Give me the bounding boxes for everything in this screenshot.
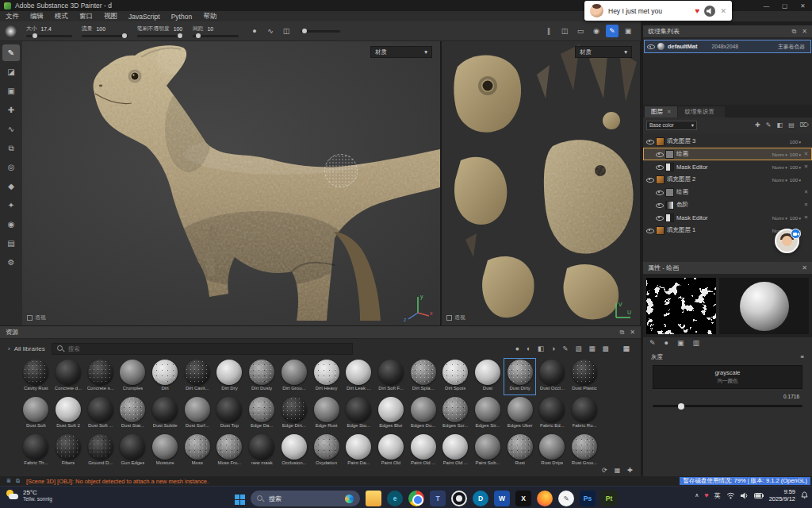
layer-visibility-icon[interactable] xyxy=(656,151,663,158)
asset-thumbnail[interactable] xyxy=(508,360,533,385)
channels-panel-icon[interactable]: ▥ xyxy=(693,339,700,347)
asset-item[interactable]: Oxydation xyxy=(310,433,343,470)
layer-close-icon[interactable]: ✕ xyxy=(803,164,809,170)
grid-view-icon[interactable]: ▦ xyxy=(622,344,630,352)
asset-item[interactable]: Concrete d... xyxy=(52,358,85,395)
asset-thumbnail[interactable] xyxy=(249,434,274,460)
layer-opacity[interactable]: 100 xyxy=(790,152,801,157)
asset-thumbnail[interactable] xyxy=(185,397,210,422)
asset-item[interactable]: Dust Subtle xyxy=(149,395,182,433)
filter-brushes-icon[interactable]: ✎ xyxy=(562,344,568,352)
minimize-button[interactable]: — xyxy=(757,0,776,11)
layer-name[interactable]: 色阶 xyxy=(676,201,796,209)
log-panel-icon[interactable]: ≣ xyxy=(6,478,11,484)
brush-tip-icon[interactable]: ● xyxy=(248,25,261,37)
layer-row[interactable]: 绘画 ✕ xyxy=(643,186,812,198)
asset-thumbnail[interactable] xyxy=(249,397,274,422)
menu-item[interactable]: 视图 xyxy=(98,12,123,21)
asset-thumbnail[interactable] xyxy=(282,397,307,422)
material-mode-select[interactable]: 材质 ▾ xyxy=(370,46,432,58)
dock-panel-icon[interactable]: ⧉ xyxy=(792,28,797,36)
layer-visibility-icon[interactable] xyxy=(646,176,653,183)
asset-item[interactable]: Edges Scr... xyxy=(439,395,472,433)
layer-thumbnail[interactable] xyxy=(665,214,674,222)
asset-item[interactable]: Paint Da... xyxy=(343,433,375,470)
asset-thumbnail[interactable] xyxy=(216,360,242,385)
menu-item[interactable]: 窗口 xyxy=(74,12,98,21)
word-icon[interactable]: W xyxy=(494,491,510,506)
asset-thumbnail[interactable] xyxy=(314,360,339,385)
asset-thumbnail[interactable] xyxy=(88,360,113,385)
asset-search[interactable] xyxy=(52,343,353,355)
layer-visibility-icon[interactable] xyxy=(656,202,663,209)
layer-name[interactable]: 绘画 xyxy=(676,188,796,196)
dell-icon[interactable]: D xyxy=(473,491,488,506)
camera-badge-icon[interactable] xyxy=(791,229,801,239)
layer-blend-mode[interactable]: Norm xyxy=(772,164,787,170)
tray-expand-icon[interactable]: ∧ xyxy=(695,492,699,498)
asset-thumbnail[interactable] xyxy=(120,397,145,422)
asset-item[interactable]: Paint Old ... xyxy=(439,433,472,470)
asset-item[interactable]: Fabric Th... xyxy=(20,433,52,470)
layer-visibility-icon[interactable] xyxy=(656,214,663,221)
camera-label-2d[interactable]: 透视 xyxy=(446,314,465,321)
layer-name[interactable]: 绘画 xyxy=(676,150,770,158)
layer-name[interactable]: 填充图层 2 xyxy=(667,175,770,183)
material-mode-select-2d[interactable]: 材质 ▾ xyxy=(575,46,632,58)
menu-item[interactable]: Python xyxy=(166,13,197,21)
layer-name[interactable]: 填充图层 1 xyxy=(667,226,770,234)
asset-item[interactable]: Occlusion... xyxy=(278,433,311,470)
x-app-icon[interactable]: X xyxy=(515,491,531,506)
menu-item[interactable]: JavaScript xyxy=(123,13,166,21)
environment-icon[interactable]: ◉ xyxy=(590,25,603,37)
pause-engine-icon[interactable]: ∥ xyxy=(542,25,555,37)
delete-layer-icon[interactable]: ⌦ xyxy=(800,121,809,129)
add-layer-icon[interactable]: ✚ xyxy=(755,121,760,129)
paint-mode-icon[interactable]: ✎ xyxy=(606,25,619,37)
shelf-panel-tool[interactable]: ▤ xyxy=(2,235,20,252)
layer-blend-mode[interactable]: Norm xyxy=(772,177,787,183)
dinosaur-model[interactable] xyxy=(22,41,440,325)
asset-thumbnail[interactable] xyxy=(378,397,404,422)
menu-item[interactable]: 帮助 xyxy=(197,12,222,21)
obs-icon[interactable] xyxy=(451,491,467,506)
brush-setting-slider[interactable] xyxy=(137,35,183,37)
asset-thumbnail[interactable] xyxy=(411,397,436,422)
layer-thumbnail[interactable] xyxy=(656,137,665,146)
asset-thumbnail[interactable] xyxy=(572,397,597,422)
falloff-curve-icon[interactable]: ∿ xyxy=(264,25,277,37)
asset-item[interactable]: Dirt Soft F... xyxy=(375,358,408,395)
taskbar-search[interactable]: 搜索 xyxy=(251,491,360,506)
asset-item[interactable]: Moss xyxy=(181,433,213,470)
camera-label[interactable]: 透视 xyxy=(27,314,46,321)
asset-thumbnail[interactable] xyxy=(508,434,533,460)
asset-thumbnail[interactable] xyxy=(539,360,565,385)
smudge-tool[interactable]: ∿ xyxy=(2,121,20,137)
filter-materials-icon[interactable]: ● xyxy=(515,344,519,352)
asset-item[interactable]: Dirt xyxy=(149,358,182,395)
layer-row[interactable]: 填充图层 2 Norm 100 xyxy=(643,173,812,186)
painter-icon[interactable]: Pt xyxy=(601,491,617,506)
asset-item[interactable]: Cavity Rust xyxy=(20,358,52,395)
symmetry-icon[interactable]: ◫ xyxy=(280,25,293,37)
close-panel-icon[interactable]: ✕ xyxy=(802,264,807,271)
layer-close-icon[interactable]: ✕ xyxy=(803,214,809,221)
asset-thumbnail[interactable] xyxy=(23,360,48,385)
asset-item[interactable]: Fabric Ed... xyxy=(536,395,569,433)
windows-start-button[interactable] xyxy=(235,495,245,505)
asset-item[interactable]: Dirt Spla... xyxy=(407,358,439,395)
asset-item[interactable]: Edge Da... xyxy=(246,395,278,433)
layer-blend-mode[interactable]: Norm xyxy=(772,215,787,221)
asset-item[interactable]: Paint Old xyxy=(375,433,408,470)
asset-item[interactable]: Moisture xyxy=(149,433,182,470)
asset-thumbnail[interactable] xyxy=(120,360,145,385)
asset-item[interactable]: Dirt Cavit... xyxy=(181,358,213,395)
asset-item[interactable]: Dirt Spots xyxy=(439,358,472,395)
asset-thumbnail[interactable] xyxy=(539,434,565,460)
layer-opacity[interactable]: 100 xyxy=(790,177,801,183)
brush-setting-slider[interactable] xyxy=(82,35,128,37)
maximize-button[interactable]: ▢ xyxy=(776,0,794,11)
channel-select[interactable]: Base color ▾ xyxy=(646,121,697,130)
asset-thumbnail[interactable] xyxy=(508,397,533,422)
material-picker-tool[interactable]: ◎ xyxy=(2,159,20,175)
